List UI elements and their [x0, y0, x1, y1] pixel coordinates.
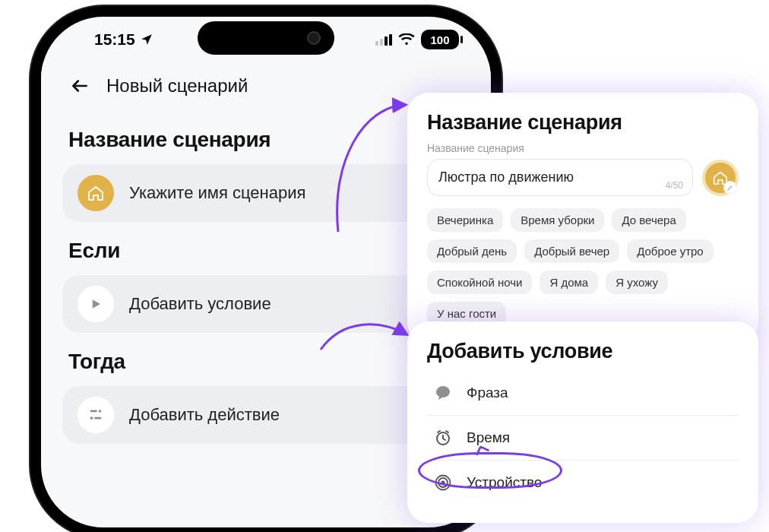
suggestion-chip[interactable]: Время уборки	[511, 208, 604, 232]
popover-name-title: Название сценария	[427, 111, 739, 135]
condition-option-label: Время	[467, 429, 510, 446]
svg-rect-6	[94, 417, 101, 420]
condition-option-speech[interactable]: Фраза	[427, 371, 739, 415]
svg-point-5	[99, 410, 102, 413]
battery-indicator: 100	[421, 30, 459, 49]
suggestion-chip[interactable]: Спокойной ночи	[427, 271, 532, 294]
section-title-name: Название сценария	[68, 128, 464, 152]
popover-add-condition: Добавить условие ФразаВремяУстройство	[407, 321, 758, 523]
scenario-name-value: Люстра по движению	[438, 169, 574, 185]
svg-point-9	[441, 481, 445, 485]
section-title-then: Тогда	[68, 350, 464, 374]
svg-rect-1	[380, 39, 383, 46]
status-bar: 15:15 100	[41, 17, 491, 62]
svg-rect-4	[90, 410, 97, 413]
suggestion-chip[interactable]: Я дома	[540, 271, 598, 294]
suggestion-chip[interactable]: Добрый вечер	[524, 239, 619, 263]
pencil-icon	[723, 181, 737, 195]
condition-option-clock[interactable]: Время	[427, 415, 739, 460]
suggestion-chip[interactable]: Добрый день	[427, 239, 517, 263]
suggestion-chip[interactable]: До вечера	[612, 208, 685, 232]
suggestion-chip[interactable]: Я ухожу	[606, 271, 668, 294]
suggestion-chip[interactable]: Вечеринка	[427, 208, 503, 232]
condition-option-label: Устройство	[467, 474, 542, 491]
action-icon	[78, 397, 114, 433]
suggestion-chips: ВечеринкаВремя уборкиДо вечераДобрый ден…	[427, 208, 739, 325]
row-add-condition-label: Добавить условие	[129, 294, 271, 314]
popover-scenario-name: Название сценария Название сценария Люст…	[407, 93, 758, 344]
suggestion-chip[interactable]: Доброе утро	[627, 239, 714, 263]
status-right: 100	[375, 30, 459, 49]
scenario-name-input[interactable]: Люстра по движению 4/50	[427, 159, 693, 196]
home-icon	[78, 175, 114, 211]
row-add-action-label: Добавить действие	[129, 405, 280, 425]
cellular-icon	[375, 33, 392, 46]
svg-rect-0	[375, 41, 378, 46]
svg-rect-3	[389, 34, 392, 46]
svg-point-7	[90, 416, 93, 420]
location-icon	[140, 33, 153, 46]
status-time-text: 15:15	[94, 30, 135, 49]
dynamic-island	[198, 21, 334, 55]
sensor-icon	[432, 471, 454, 494]
svg-rect-2	[384, 36, 388, 46]
back-button[interactable]	[68, 74, 91, 97]
clock-icon	[432, 426, 454, 449]
arrow-left-icon	[70, 76, 90, 96]
popover-condition-title: Добавить условие	[427, 340, 739, 363]
nav-title: Новый сценарий	[106, 75, 248, 97]
scenario-icon-picker[interactable]	[702, 160, 739, 196]
scenario-name-counter: 4/50	[666, 180, 683, 191]
status-time: 15:15	[94, 30, 153, 49]
popover-name-sublabel: Название сценария	[427, 142, 739, 154]
speech-icon	[432, 382, 454, 404]
section-title-if: Если	[68, 239, 464, 263]
wifi-icon	[398, 33, 415, 46]
condition-option-label: Фраза	[467, 385, 508, 401]
condition-list: ФразаВремяУстройство	[427, 371, 739, 505]
condition-option-sensor[interactable]: Устройство	[427, 460, 739, 505]
row-specify-name-label: Укажите имя сценария	[129, 183, 305, 203]
play-icon	[78, 286, 114, 322]
